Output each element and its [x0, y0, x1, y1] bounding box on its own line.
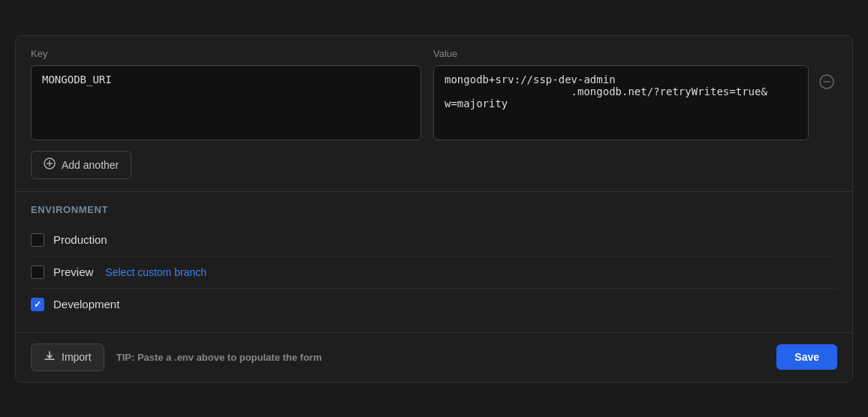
tip-text: TIP: Paste a .env above to populate the … — [116, 352, 322, 363]
remove-button[interactable] — [816, 68, 837, 98]
key-column-label: Key — [31, 48, 421, 59]
add-icon — [44, 158, 56, 172]
import-icon — [44, 350, 56, 364]
env-item-preview: Preview Select custom branch — [31, 256, 837, 289]
kv-section: Key Value MONGODB_URI mongodb+srv://ssp-… — [16, 36, 852, 192]
tip-label: TIP: — [116, 352, 135, 363]
checkbox-production[interactable] — [31, 233, 44, 247]
tip-description: Paste a .env above to populate the form — [137, 352, 322, 363]
import-label: Import — [62, 351, 92, 363]
footer: Import TIP: Paste a .env above to popula… — [16, 333, 852, 382]
footer-left: Import TIP: Paste a .env above to popula… — [31, 344, 322, 371]
environment-title: Environment — [31, 204, 837, 215]
env-label-preview: Preview — [53, 266, 93, 278]
checkbox-development[interactable] — [31, 298, 44, 311]
select-custom-branch-link[interactable]: Select custom branch — [105, 266, 206, 278]
env-item-development: Development — [31, 289, 837, 320]
main-container: Key Value MONGODB_URI mongodb+srv://ssp-… — [15, 35, 853, 382]
env-section: Environment Production Preview Select cu… — [16, 192, 852, 333]
checkbox-preview[interactable] — [31, 266, 44, 279]
import-button[interactable]: Import — [31, 344, 104, 371]
kv-header: Key Value — [31, 48, 837, 59]
value-input[interactable]: mongodb+srv://ssp-dev-admin .mongodb.net… — [433, 65, 809, 140]
value-column-label: Value — [433, 48, 837, 59]
add-another-label: Add another — [62, 159, 119, 171]
env-label-production: Production — [53, 233, 107, 246]
env-item-production: Production — [31, 224, 837, 256]
key-input[interactable]: MONGODB_URI — [31, 65, 421, 140]
value-wrapper: mongodb+srv://ssp-dev-admin .mongodb.net… — [433, 65, 837, 140]
add-another-button[interactable]: Add another — [31, 151, 131, 179]
env-label-development: Development — [53, 298, 119, 310]
kv-row: MONGODB_URI mongodb+srv://ssp-dev-admin … — [31, 65, 837, 140]
save-button[interactable]: Save — [776, 344, 837, 370]
